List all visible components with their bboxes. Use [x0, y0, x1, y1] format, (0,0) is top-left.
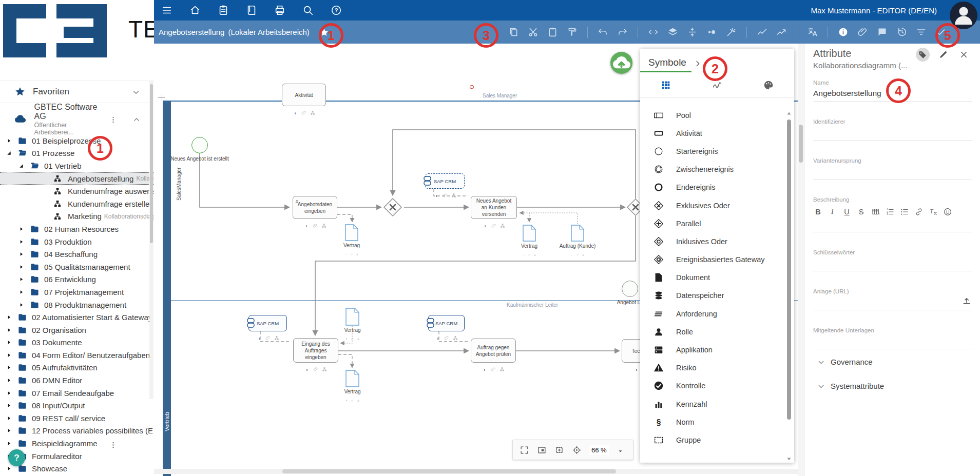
tree-item[interactable]: 04 Form Editor/ Benutzeraufgaben	[0, 349, 154, 362]
tree-toggle[interactable]	[6, 352, 17, 358]
tree-toggle[interactable]	[18, 289, 30, 295]
tree-item[interactable]: 01 Beispielprozesse	[0, 134, 154, 147]
tasks-icon-button[interactable]	[218, 5, 229, 16]
tree-toggle[interactable]	[6, 403, 17, 408]
tree-item[interactable]: MarketingKollaborationsdiagra...	[0, 210, 154, 223]
palette-item[interactable]: Gruppe	[640, 431, 785, 449]
clear-format-button[interactable]: T	[928, 207, 938, 216]
tree-toggle[interactable]	[6, 150, 17, 156]
palette-item[interactable]: Kennzahl	[640, 395, 785, 413]
palette-item[interactable]: Rolle	[640, 323, 785, 341]
palette-item[interactable]: Startereignis	[640, 142, 785, 160]
tree-item[interactable]: 07 Email Sendeaufgabe	[0, 387, 154, 400]
chevron-right-icon[interactable]	[694, 58, 702, 67]
tree-toggle[interactable]	[6, 428, 17, 433]
tree-toggle[interactable]	[6, 327, 17, 333]
history-button[interactable]	[896, 27, 907, 37]
tree-item[interactable]: Beispieldiagramme	[0, 437, 154, 450]
horizontal-scrollbar[interactable]	[154, 469, 804, 474]
vertical-scrollbar[interactable]	[798, 44, 804, 476]
tree-toggle[interactable]	[18, 276, 30, 282]
tree-item[interactable]: 02 Organisation	[0, 324, 154, 336]
help-badge[interactable]: ?	[8, 449, 25, 466]
auto-layout-button[interactable]	[726, 27, 737, 37]
bpmn-activity[interactable]: Auftrag gegen Angebot prüfen	[471, 339, 516, 363]
redo-button[interactable]	[617, 27, 628, 37]
palette-item[interactable]: Pool	[640, 106, 785, 124]
center-view-button[interactable]	[572, 445, 582, 455]
tree-toggle[interactable]	[6, 314, 17, 320]
bpmn-activity[interactable]: Aktivität	[282, 84, 326, 106]
field-value[interactable]	[813, 167, 972, 177]
bpmn-edge[interactable]	[337, 214, 352, 222]
bpmn-activity[interactable]: Angebotsdaten eingeben	[293, 196, 337, 219]
format-painter-button[interactable]	[567, 27, 578, 37]
trend-line-button[interactable]	[757, 27, 767, 37]
palette-item[interactable]: Dokument	[640, 269, 785, 287]
tree-item[interactable]: 12 Process variables possibilites (E	[0, 425, 154, 438]
bpmn-event[interactable]	[191, 137, 208, 153]
tree-toggle[interactable]	[6, 378, 17, 383]
tree-toggle[interactable]	[18, 251, 30, 257]
tree-item[interactable]: 08 Input/Output	[0, 399, 154, 412]
bpmn-application[interactable]: SAP CRM	[428, 315, 465, 331]
upload-icon[interactable]	[962, 295, 972, 305]
close-panel-button[interactable]	[957, 48, 971, 62]
strike-button[interactable]: S	[856, 207, 866, 216]
chevron-down-icon[interactable]	[131, 87, 141, 96]
tree-item[interactable]: 02 Human Resources	[0, 223, 154, 235]
trend-arrow-button[interactable]	[776, 27, 787, 37]
tree-item[interactable]: 04 Beschaffung	[0, 248, 154, 261]
attachment-button[interactable]	[857, 27, 868, 37]
more-options-icon[interactable]	[109, 440, 117, 447]
bullet-list-button[interactable]	[899, 207, 909, 216]
sidebar-scrollbar[interactable]	[149, 81, 153, 399]
bpmn-edge[interactable]	[520, 213, 578, 224]
tree-item[interactable]: Kundenumfrage erstellenKol...	[0, 197, 154, 210]
bpmn-edge[interactable]	[315, 216, 636, 335]
tree-item[interactable]: 02 Automatisierter Start & Gateway	[0, 311, 154, 324]
bold-button[interactable]: B	[813, 207, 823, 216]
palette-item[interactable]: Datenspeicher	[640, 287, 785, 305]
tree-item[interactable]: 08 Produktmanagement	[0, 299, 154, 311]
bpmn-edge[interactable]	[338, 354, 352, 367]
field-value[interactable]	[813, 298, 972, 308]
bpmn-application[interactable]: SAP CRM	[248, 315, 287, 331]
section-governance[interactable]: Governance	[817, 358, 967, 366]
tree-item[interactable]: 06 Entwicklung	[0, 273, 154, 286]
tree-toggle[interactable]	[6, 441, 17, 446]
info-button[interactable]	[838, 27, 849, 37]
print-icon-button[interactable]	[274, 5, 285, 16]
tree-toggle[interactable]	[18, 264, 30, 270]
undo-button[interactable]	[598, 27, 608, 37]
favorites-row[interactable]: Favoriten	[0, 81, 154, 103]
symbols-scrollbar[interactable]	[786, 108, 792, 460]
tree-toggle[interactable]	[6, 365, 17, 370]
ordered-list-button[interactable]: 123	[885, 207, 895, 216]
bpmn-document[interactable]	[345, 224, 358, 241]
tab-styles[interactable]	[743, 73, 794, 97]
tree-toggle[interactable]	[6, 340, 17, 345]
field-value[interactable]	[813, 336, 972, 347]
palette-item[interactable]: Applikation	[640, 341, 785, 359]
comments-button[interactable]	[877, 27, 888, 37]
fit-to-screen-button[interactable]	[554, 445, 564, 455]
minimap-button[interactable]	[537, 445, 547, 455]
tree-item[interactable]: 06 DMN Editor	[0, 374, 154, 387]
zoom-level[interactable]: 66 %	[589, 445, 609, 455]
tree-item[interactable]: 05 Qualitätsmanagement	[0, 261, 154, 273]
home-icon-button[interactable]	[189, 5, 201, 16]
workspace-row[interactable]: GBTEC Software AG Öffentlicher Arbeitsbe…	[0, 105, 154, 133]
tree-item[interactable]: 01 Vertrieb	[0, 160, 154, 172]
tree-toggle[interactable]	[18, 302, 30, 308]
bpmn-document[interactable]	[345, 370, 359, 387]
search-icon-button[interactable]	[302, 5, 314, 16]
link-button[interactable]	[914, 207, 924, 216]
copy-button[interactable]	[508, 27, 519, 37]
publish-button[interactable]	[610, 52, 632, 74]
tree-toggle[interactable]	[6, 390, 17, 396]
align-middle-button[interactable]	[687, 27, 698, 37]
bpmn-event[interactable]	[622, 281, 638, 297]
tree-item[interactable]: AngebotserstellungKollabora...	[0, 172, 154, 185]
field-value[interactable]	[813, 259, 972, 269]
